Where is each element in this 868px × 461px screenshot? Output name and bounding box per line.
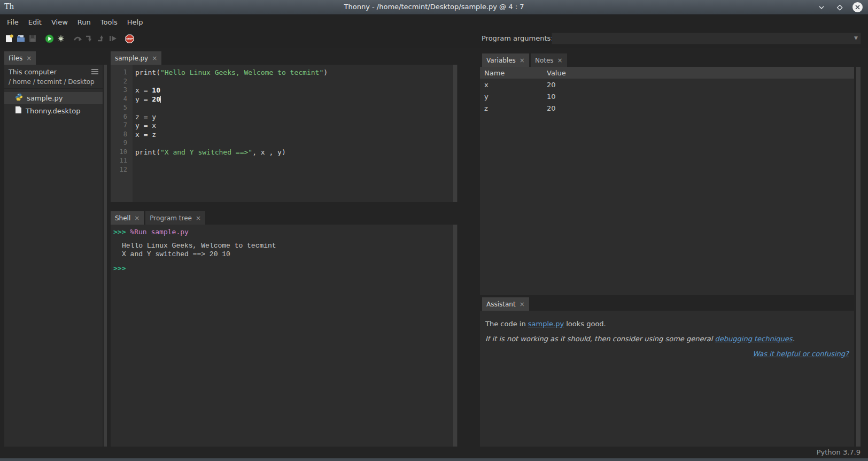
assistant-message: The code in sample.py looks good.: [485, 320, 849, 328]
files-root-label: This computer: [9, 68, 57, 76]
menu-item-help[interactable]: Help: [122, 16, 148, 28]
shell-prompt-line[interactable]: >>>: [111, 264, 458, 273]
open-file-icon[interactable]: [17, 34, 25, 43]
files-breadcrumb[interactable]: / home / tecmint / Desktop: [9, 78, 98, 86]
code-text: [133, 139, 135, 148]
python-version-label: Python 3.7.9: [817, 448, 861, 456]
code-line[interactable]: 7y = x: [111, 121, 458, 130]
debug-icon[interactable]: [57, 34, 65, 43]
variables-table-header: Name Value: [480, 67, 854, 79]
close-tab-icon[interactable]: ×: [520, 301, 525, 308]
close-tab-icon[interactable]: ×: [26, 55, 32, 62]
assistant-tip: If it is not working as it should, then …: [485, 335, 849, 343]
file-name: sample.py: [27, 94, 63, 102]
code-line[interactable]: 10print("X and Y switched ==>", x , y): [111, 148, 458, 157]
statusbar: Python 3.7.9: [0, 447, 868, 458]
line-number: 8: [111, 130, 133, 140]
variable-name: x: [480, 81, 547, 89]
debugging-techniques-link[interactable]: debugging techniques: [715, 335, 793, 343]
vars-tab-notes[interactable]: Notes×: [531, 53, 567, 67]
code-line[interactable]: 8x = z: [111, 130, 458, 140]
program-arguments-label: Program arguments:: [482, 34, 553, 42]
shell-output-line: X and Y switched ==> 20 10: [111, 250, 458, 259]
code-text: print("Hello Linux Geeks, Welcome to tec…: [133, 68, 328, 78]
menu-item-view[interactable]: View: [46, 16, 73, 28]
code-text: y = x: [133, 121, 156, 130]
code-line[interactable]: 5: [111, 104, 458, 113]
column-header-name: Name: [480, 69, 547, 77]
close-tab-icon[interactable]: ×: [152, 55, 157, 62]
sample-py-link[interactable]: sample.py: [528, 320, 564, 328]
files-menu-icon[interactable]: [91, 68, 98, 76]
code-line[interactable]: 11: [111, 157, 458, 166]
code-line[interactable]: 12: [111, 166, 458, 175]
tab-sample-py-label: sample.py: [115, 55, 148, 62]
toolbar: STOP Program arguments: ▼: [0, 29, 868, 48]
code-line[interactable]: 6z = y: [111, 113, 458, 122]
combobox-arrow-icon[interactable]: ▼: [854, 35, 858, 41]
save-file-icon: [28, 34, 37, 43]
close-tab-icon[interactable]: ×: [557, 57, 563, 64]
line-number: 12: [111, 166, 133, 175]
new-file-icon[interactable]: [5, 34, 13, 43]
variable-row[interactable]: y10: [480, 90, 854, 102]
close-tab-icon[interactable]: ×: [134, 214, 140, 222]
editor-scrollbar[interactable]: [453, 65, 457, 202]
menu-item-edit[interactable]: Edit: [24, 16, 46, 28]
right-panel-scrollbar[interactable]: [856, 67, 861, 447]
menu-item-file[interactable]: File: [2, 16, 24, 28]
tab-files[interactable]: Files ×: [4, 51, 36, 65]
code-text: [133, 166, 135, 175]
code-editor[interactable]: 1print("Hello Linux Geeks, Welcome to te…: [111, 65, 458, 202]
code-line[interactable]: 3x = 10: [111, 86, 458, 95]
files-scrollbar[interactable]: [104, 65, 107, 447]
maximize-icon[interactable]: [834, 2, 844, 12]
shell-tab-shell[interactable]: Shell×: [111, 211, 144, 225]
code-line[interactable]: 9: [111, 139, 458, 148]
minimize-icon[interactable]: [816, 2, 826, 12]
text-file-icon: [15, 106, 22, 116]
shell-blank-line: [111, 236, 458, 242]
close-tab-icon[interactable]: ×: [196, 214, 201, 222]
line-number: 10: [111, 148, 133, 157]
assistant-message-text: The code in: [485, 320, 528, 328]
window-title: Thonny - /home/tecmint/Desktop/sample.py…: [0, 3, 868, 11]
file-row[interactable]: Thonny.desktop: [4, 105, 103, 117]
code-text: x = z: [133, 130, 156, 140]
line-number: 9: [111, 139, 133, 148]
menu-item-run[interactable]: Run: [73, 16, 96, 28]
code-text: y = 20: [133, 95, 161, 104]
column-header-value: Value: [547, 69, 566, 77]
code-line[interactable]: 1print("Hello Linux Geeks, Welcome to te…: [111, 68, 458, 78]
code-line[interactable]: 2: [111, 78, 458, 87]
close-tab-icon[interactable]: ×: [520, 57, 525, 64]
run-icon[interactable]: [45, 34, 53, 43]
titlebar[interactable]: Th Thonny - /home/tecmint/Desktop/sample…: [0, 0, 868, 14]
step-into-icon: [85, 34, 94, 43]
files-panel: This computer / home / tecmint / Desktop…: [4, 65, 103, 447]
variable-name: z: [480, 104, 547, 112]
shell-blank-line: [111, 259, 458, 264]
tab-assistant[interactable]: Assistant ×: [482, 297, 529, 311]
variable-row[interactable]: x20: [480, 79, 854, 90]
line-number: 1: [111, 68, 133, 78]
vars-tab-variables[interactable]: Variables×: [482, 53, 529, 67]
tab-sample-py[interactable]: sample.py ×: [111, 51, 161, 65]
code-line[interactable]: 4y = 20: [111, 95, 458, 104]
window-border: [0, 458, 868, 461]
shell-tab-program-tree[interactable]: Program tree×: [145, 211, 205, 225]
shell-scrollbar[interactable]: [453, 225, 457, 447]
program-arguments-input[interactable]: [552, 33, 861, 44]
menubar: FileEditViewRunToolsHelp: [0, 15, 868, 29]
shell-prompt-line[interactable]: >>> %Run sample.py: [111, 228, 458, 236]
stop-icon[interactable]: STOP: [125, 34, 134, 43]
menu-item-tools[interactable]: Tools: [96, 16, 122, 28]
file-row[interactable]: sample.py: [4, 92, 103, 104]
close-icon[interactable]: [852, 2, 863, 12]
shell-command: %Run sample.py: [130, 228, 189, 236]
variable-row[interactable]: z20: [480, 102, 854, 114]
tab-files-label: Files: [9, 55, 22, 62]
line-number: 2: [111, 78, 133, 87]
shell-panel[interactable]: >>> %Run sample.pyHello Linux Geeks, Wel…: [111, 225, 458, 447]
feedback-link[interactable]: Was it helpful or confusing?: [753, 350, 849, 358]
